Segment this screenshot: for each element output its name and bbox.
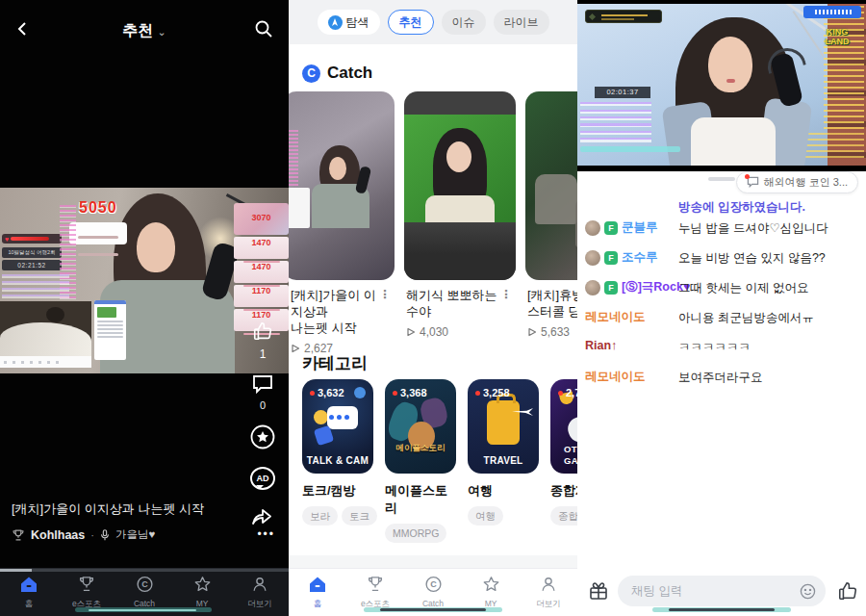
avatar[interactable] [585,220,600,236]
chat-message: Rian↑ ㅋㅋㅋㅋㅋㅋ [577,339,866,361]
chat-message: F쿤블루 누님 밥을 드셔야♡심입니다 [577,219,866,242]
chat-message: F[Ⓢ]극Rock♥ 그때 핫세는 이제 없어요 [577,279,866,301]
drag-handle[interactable] [708,177,735,181]
category-card[interactable]: 3,258 TRAVEL 여행 여행 [468,379,539,543]
tab-recommended[interactable]: 추천 [388,10,434,35]
feed-title-dropdown[interactable]: 추천 ⌄ [0,21,289,41]
star-icon [482,576,500,593]
catch-card[interactable]: 해기식 뽀뽀하는 수야 ⋮ 4,030 [404,91,516,355]
pinned-message-button[interactable]: 해외여행 코인 3... [736,171,858,193]
chat-message: 레모네이도 보여주더라구요 [577,369,866,391]
category-card[interactable]: 3,632 TALK & CAM 토크/캠방 보라 토크 [302,379,373,543]
streamer-top [691,117,776,166]
donation-card: 1470 [234,237,289,259]
catch-thumbnail[interactable] [289,91,395,280]
catch-card[interactable]: [캐치]휴방인스터콜 당함 5,633 [525,91,577,355]
avatar[interactable] [585,250,600,266]
view-count: 5,633 [527,325,577,339]
category-card[interactable]: 3,368 메이플스토리 메이플스토리 MMORPG [385,379,456,543]
catch-thumbnail[interactable] [525,91,577,280]
chat-username[interactable]: 쿤블루 [622,219,658,236]
live-dot [558,391,563,396]
channel-name: Kohlhaas [31,528,85,542]
category-card-list: 3,632 TALK & CAM 토크/캠방 보라 토크 3,368 메이플스토… [302,379,577,543]
video-player[interactable]: 5050 ♥ 10월달성식 여행2회 02:21:52 3070 1470 14… [0,188,289,373]
star-icon [193,576,212,593]
chat-input[interactable] [618,576,781,606]
chat-username[interactable]: 레모네이도 [585,309,646,325]
svg-text:C: C [141,579,148,589]
chat-username[interactable]: 레모네이도 [585,369,646,385]
tab-bar: 탐색 추천 이슈 라이브 [289,0,577,44]
home-icon [308,576,327,593]
catch-card-list: [캐치]가을이 이지상과나는펫 시작 ⋮ 2,627 해기식 뽀뽀하는 수야 [289,91,577,355]
play-icon [527,327,537,337]
chat-username[interactable]: 조수루 [622,249,658,266]
viewer-count: 3,258 [483,387,510,398]
channel-row[interactable]: Kohlhaas · 가을님♥ [12,527,155,542]
emoji-button[interactable] [800,583,816,603]
category-art-othergames[interactable]: 2,731 OTHER GAMES [550,379,577,474]
nav-home[interactable]: 홈 [289,576,346,616]
category-tag[interactable]: 종합게임 [550,506,577,526]
like-button[interactable]: 1 [248,321,277,361]
notification-dot [745,174,750,179]
gift-button[interactable] [588,580,609,605]
game-logo: KING LAND [816,27,858,47]
comments-button[interactable]: 0 [248,373,277,411]
chat-username[interactable]: Rian↑ [585,339,617,352]
live-video-player[interactable]: KING LAND 02:01:37 [577,0,866,171]
fan-badge: F [604,221,618,235]
catch-section-header: C Catch [302,64,372,83]
thumbs-up-icon [252,321,273,342]
category-tag[interactable]: 토크 [342,506,377,526]
avatar[interactable] [585,280,600,295]
nav-more[interactable]: 더보기 [231,576,289,616]
category-tag[interactable]: MMORPG [385,524,446,543]
inset-sleep-video [0,301,91,356]
category-art-travel[interactable]: 3,258 TRAVEL [468,379,539,474]
chat-message: F조수루 오늘 비방 연습 있지 않음?? [577,249,866,271]
category-tag[interactable]: 보라 [302,506,338,526]
category-card[interactable]: 2,731 OTHER GAMES 종합게임 종합게임 [550,379,577,543]
stream-timer: 02:01:37 [595,87,650,98]
separator-dot: · [90,529,94,541]
tab-live[interactable]: 라이브 [494,10,549,35]
catch-card[interactable]: [캐치]가을이 이지상과나는펫 시작 ⋮ 2,627 [289,91,395,355]
category-name: 메이플스토리 [385,482,456,517]
nav-more[interactable]: 더보기 [520,576,577,616]
left-panel-video-feed: 추천 ⌄ 5050 ♥ 10월달성식 여행2회 02:21:52 [0,0,289,616]
studio-watermark [803,6,861,18]
subscribe-button[interactable] [248,424,277,453]
donation-card: 1170 [234,285,289,307]
catch-icon: C [136,576,154,593]
search-icon[interactable] [254,19,273,42]
catch-thumbnail[interactable] [404,91,516,280]
streamer-lips [726,79,735,83]
share-button[interactable] [248,503,277,530]
bottom-nav-left: 홈 e스포츠 C Catch MY 더보기 [0,568,289,616]
person-icon [251,576,268,593]
catch-title: 해기식 뽀뽀하는 수야 [406,288,502,321]
category-art-talkcam[interactable]: 3,632 TALK & CAM [302,379,373,474]
tab-issue[interactable]: 이슈 [442,10,486,35]
like-button[interactable] [837,580,858,605]
chat-text: 아니용 최군님방송에서ㅠ [678,310,814,326]
category-art-text: OTHER GAMES [564,444,577,466]
video-progress-fill [0,569,32,572]
fan-badge: F [604,251,618,265]
chat-message-list[interactable]: F쿤블루 누님 밥을 드셔야♡심입니다 F조수루 오늘 비방 연습 있지 않음?… [577,219,866,398]
pinned-message-text: 해외여행 코인 3... [764,175,848,190]
category-art-maplestory[interactable]: 3,368 메이플스토리 [385,379,456,474]
nav-home[interactable]: 홈 [0,576,58,616]
ad-button[interactable]: AD [248,467,277,490]
chat-text: 오늘 비방 연습 있지 않음?? [678,250,826,267]
play-icon [406,327,416,337]
category-tag[interactable]: 여행 [468,506,503,526]
blanket [0,322,91,356]
kebab-menu-icon[interactable]: ⋮ [379,288,391,301]
kebab-menu-icon[interactable]: ⋮ [500,288,512,301]
video-progress-bar[interactable] [0,569,289,572]
tab-explore[interactable]: 탐색 [318,10,380,35]
live-dot [393,391,397,396]
